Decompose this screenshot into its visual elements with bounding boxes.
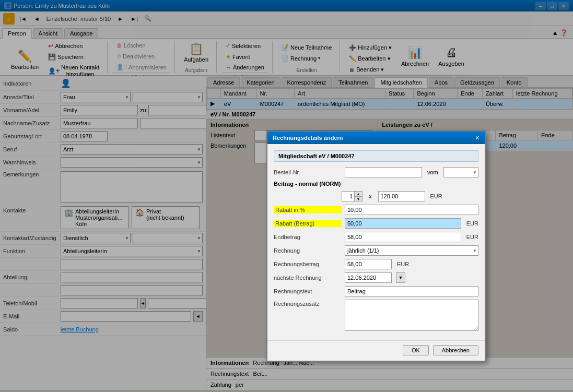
dialog-subtitle: Mitgliedschaft eV / M000247	[274, 150, 478, 162]
dialog-naechste-rechnung-row: nächste Rechnung ▼	[274, 272, 478, 283]
dialog-endbetrag-row: Endbetrag EUR	[274, 232, 478, 242]
dialog-rechnung-row: Rechnung jährlich (1/1)	[274, 245, 478, 256]
dialog-overlay: Rechnungsdetails ändern × Mitgliedschaft…	[0, 0, 573, 392]
rechnungszusatz-label: Rechnungszusatz	[274, 300, 342, 307]
rabatt-percent-input[interactable]	[345, 205, 478, 215]
rechnungszusatz-textarea[interactable]	[345, 300, 478, 331]
date-picker-button[interactable]: ▼	[396, 272, 405, 283]
rabatt-betrag-label: Rabatt (Betrag)	[274, 220, 342, 227]
dialog-body: Mitgliedschaft eV / M000247 Bestell-Nr. …	[267, 144, 485, 340]
rabatt-betrag-currency: EUR	[466, 220, 478, 227]
dialog-bestell-row: Bestell-Nr. vom	[274, 167, 478, 177]
dialog-rechnungszusatz-row: Rechnungszusatz	[274, 300, 478, 331]
bestell-label: Bestell-Nr.	[274, 169, 342, 175]
beitrag-section-label: Beitrag - normal (NORM)	[274, 181, 478, 187]
multiplier-label: x	[369, 193, 372, 199]
dialog-rabatt-betrag-row: Rabatt (Betrag) EUR	[274, 218, 478, 229]
spinner-up-btn[interactable]: ▲	[354, 191, 362, 196]
endbetrag-input[interactable]	[345, 232, 461, 242]
rechnung-select-label: Rechnung	[274, 247, 342, 254]
dialog-rechnungstext-row: Rechnungstext	[274, 286, 478, 296]
rechnungsbetrag-currency: EUR	[397, 261, 409, 267]
ok-button[interactable]: OK	[403, 345, 429, 355]
rechnungstext-label: Rechnungstext	[274, 288, 342, 294]
rechnungsbetrag-input[interactable]	[345, 259, 392, 269]
endbetrag-currency: EUR	[466, 234, 478, 240]
rabatt-betrag-input[interactable]	[345, 218, 461, 229]
dialog-title: Rechnungsdetails ändern ×	[267, 132, 485, 144]
rabatt-percent-label: Rabatt in %	[274, 206, 342, 213]
quantity-spinner[interactable]: ▲ ▼	[342, 191, 362, 201]
bestell-input[interactable]	[345, 167, 422, 177]
vom-select[interactable]	[443, 167, 478, 177]
dialog-rechnungsbetrag-row: Rechnungsbetrag EUR	[274, 259, 478, 269]
dialog-close-button[interactable]: ×	[475, 134, 480, 142]
dialog-quantity-row: ▲ ▼ x EUR	[274, 191, 478, 201]
dialog-footer: OK Abbrechen	[267, 340, 485, 361]
rechnungsdetails-dialog: Rechnungsdetails ändern × Mitgliedschaft…	[266, 130, 486, 362]
naechste-rechnung-label: nächste Rechnung	[274, 275, 342, 281]
endbetrag-label: Endbetrag	[274, 234, 342, 240]
rechnungstext-input[interactable]	[345, 286, 478, 296]
abbrechen-dialog-button[interactable]: Abbrechen	[433, 345, 478, 355]
naechste-rechnung-input[interactable]	[345, 272, 392, 283]
vom-label: vom	[427, 169, 438, 175]
spinner-down-btn[interactable]: ▼	[354, 196, 362, 201]
rechnungsbetrag-label: Rechnungsbetrag	[274, 261, 342, 267]
dialog-rabatt-percent-row: Rabatt in %	[274, 205, 478, 215]
rechnung-select[interactable]: jährlich (1/1)	[345, 245, 478, 256]
amount-input[interactable]	[378, 191, 425, 201]
rechnung-select-wrapper: jährlich (1/1)	[345, 245, 478, 256]
amount-currency: EUR	[430, 193, 442, 199]
